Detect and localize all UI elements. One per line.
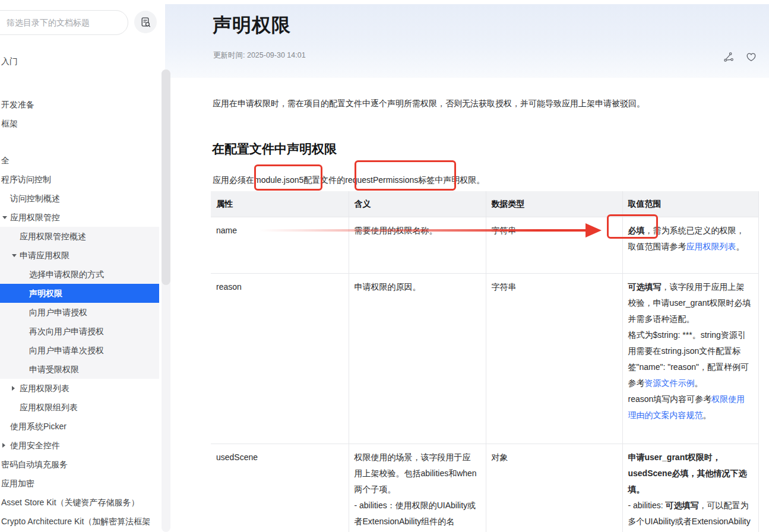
- permissions-table: 属性 含义 数据类型 取值范围 name 需要使用的权限名称。 字符串 必填，需…: [211, 191, 759, 532]
- text-segment: usedScene: [216, 452, 258, 462]
- sidebar-item-label: 向用户申请授权: [29, 303, 87, 322]
- sidebar-item-label: 入门: [1, 52, 18, 71]
- page-header: 声明权限 更新时间: 2025-09-30 14:01: [165, 4, 769, 78]
- sidebar-item-label: 程序访问控制: [1, 170, 51, 189]
- sidebar-item[interactable]: 申请受限权限: [0, 360, 159, 379]
- sidebar-item-label: 选择申请权限的方式: [29, 265, 104, 284]
- text-segment: 对象: [492, 452, 508, 462]
- cell-type: 字符串: [486, 217, 622, 274]
- sidebar-item-label: 密码自动填充服务: [1, 455, 68, 474]
- table-row: name 需要使用的权限名称。 字符串 必填，需为系统已定义的权限，取值范围请参…: [211, 217, 758, 274]
- inline-link[interactable]: 应用权限列表: [686, 242, 736, 251]
- sidebar-item[interactable]: 密码自动填充服务: [0, 455, 159, 474]
- sidebar-item-label: 全: [1, 151, 10, 170]
- text-segment: 。: [695, 378, 703, 388]
- sidebar-tree: 入门开发准备框架全程序访问控制访问控制概述应用权限管控应用权限管控概述申请应用权…: [0, 52, 159, 532]
- chevron-right-icon[interactable]: [2, 443, 5, 448]
- text-segment: reason填写内容可参考: [628, 394, 712, 404]
- sidebar-item[interactable]: 应用权限列表: [0, 379, 159, 398]
- sidebar-item-label: 再次向用户申请授权: [29, 322, 104, 341]
- table-row: usedScene 权限使用的场景，该字段用于应用上架校验。包括abilitie…: [211, 444, 758, 532]
- sidebar-item[interactable]: 应用加密: [0, 474, 159, 493]
- text-segment: - abilities：使用权限的UIAbility或者ExtensionAbi…: [355, 501, 476, 526]
- cell-attr: usedScene: [211, 444, 349, 532]
- sidebar-item[interactable]: 开发准备: [0, 95, 159, 114]
- section-description: 应用必须在module.json5配置文件的requestPermissions…: [213, 175, 735, 186]
- sidebar-item[interactable]: 再次向用户申请授权: [0, 322, 159, 341]
- search-input[interactable]: [5, 11, 130, 34]
- cell-range: 必填，需为系统已定义的权限，取值范围请参考应用权限列表。: [622, 217, 758, 274]
- share-button[interactable]: [722, 50, 735, 64]
- sidebar-item-label: 声明权限: [29, 284, 62, 303]
- text-segment: 可选填写: [628, 282, 662, 292]
- text-segment: 必填: [628, 226, 645, 235]
- chevron-down-icon[interactable]: [12, 254, 17, 257]
- sidebar-item-label: 申请应用权限: [20, 246, 69, 265]
- sidebar-item-label: 应用权限列表: [20, 379, 69, 398]
- sidebar-item[interactable]: 框架: [0, 114, 159, 133]
- text-segment: name: [216, 226, 237, 235]
- sidebar-item[interactable]: 访问控制概述: [0, 189, 159, 208]
- cell-meaning: 申请权限的原因。: [349, 274, 486, 444]
- sidebar-item[interactable]: 应用权限组列表: [0, 398, 159, 417]
- sidebar-item[interactable]: Asset Store Kit（关键资产存储服务）: [0, 493, 159, 512]
- sidebar-item-label: 开发准备: [1, 95, 34, 114]
- cell-range: 申请user_grant权限时，usedScene必填，其他情况下选填。- ab…: [622, 444, 758, 532]
- table-header-row: 属性 含义 数据类型 取值范围: [211, 191, 758, 217]
- favorite-button[interactable]: [745, 50, 758, 64]
- sidebar-item-label: 向用户申请单次授权: [29, 341, 104, 360]
- doc-search-button[interactable]: [134, 11, 157, 33]
- column-header: 数据类型: [486, 191, 622, 217]
- text-segment: 申请权限的原因。: [355, 282, 421, 292]
- table-row: reason 申请权限的原因。 字符串 可选填写，该字段用于应用上架校验，申请u…: [211, 274, 758, 444]
- sidebar-item[interactable]: 应用权限管控: [0, 208, 159, 227]
- chevron-right-icon[interactable]: [12, 386, 15, 391]
- sidebar-item[interactable]: 向用户申请单次授权: [0, 341, 159, 360]
- text-segment: - abilities:: [628, 501, 666, 510]
- sidebar-item[interactable]: 向用户申请授权: [0, 303, 159, 322]
- sidebar-item-label: 使用系统Picker: [10, 417, 67, 436]
- sidebar-item[interactable]: 入门: [0, 52, 159, 71]
- page-title: 声明权限: [213, 12, 291, 39]
- heart-icon: [745, 51, 757, 63]
- sidebar-item[interactable]: Crypto Architecture Kit（加解密算法框架服务）: [0, 512, 159, 532]
- cell-meaning: 权限使用的场景，该字段用于应用上架校验。包括abilities和when两个子项…: [349, 444, 486, 532]
- sidebar-scrollbar-thumb[interactable]: [162, 69, 170, 285]
- sidebar-item[interactable]: 使用安全控件: [0, 436, 159, 455]
- main-content: 声明权限 更新时间: 2025-09-30 14:01: [165, 0, 769, 532]
- column-header: 取值范围: [622, 191, 758, 217]
- sidebar-item[interactable]: 应用权限管控概述: [0, 227, 159, 246]
- text-segment: 。: [736, 242, 745, 251]
- sidebar-item-label: 访问控制概述: [10, 189, 60, 208]
- sidebar-search[interactable]: [0, 10, 128, 35]
- text-segment: 可选填写: [666, 501, 699, 510]
- sidebar-item-selected[interactable]: 声明权限: [0, 284, 159, 303]
- sidebar-item-label: Crypto Architecture Kit（加解密算法框架服务）: [1, 512, 153, 532]
- sidebar-item[interactable]: 全: [0, 151, 159, 170]
- sidebar-item-label: Asset Store Kit（关键资产存储服务）: [1, 493, 140, 512]
- text-segment: 需要使用的权限名称。: [355, 226, 438, 235]
- section-title: 在配置文件中声明权限: [212, 141, 337, 157]
- doc-search-icon: [140, 17, 151, 28]
- inline-link[interactable]: 资源文件示例: [645, 378, 695, 388]
- text-segment: 。: [703, 410, 711, 420]
- text-segment: 字符串: [492, 226, 517, 235]
- column-header: 含义: [349, 191, 486, 217]
- cell-attr: name: [211, 217, 349, 274]
- cell-type: 对象: [486, 444, 622, 532]
- cell-type: 字符串: [486, 274, 622, 444]
- chevron-down-icon[interactable]: [2, 216, 7, 219]
- cell-range: 可选填写，该字段用于应用上架校验，申请user_grant权限时必填并需多语种适…: [622, 274, 758, 444]
- sidebar-item[interactable]: 程序访问控制: [0, 170, 159, 189]
- text-segment: 权限使用的场景，该字段用于应用上架校验。包括abilities和when两个子项…: [355, 452, 477, 494]
- header-actions: [722, 50, 758, 64]
- sidebar-item-label: 框架: [1, 114, 18, 133]
- text-segment: 字符串: [492, 282, 517, 292]
- sidebar-item[interactable]: 使用系统Picker: [0, 417, 159, 436]
- sidebar-item[interactable]: 选择申请权限的方式: [0, 265, 159, 284]
- sidebar-item[interactable]: 申请应用权限: [0, 246, 159, 265]
- sidebar: 入门开发准备框架全程序访问控制访问控制概述应用权限管控应用权限管控概述申请应用权…: [0, 0, 159, 532]
- text-segment: 申请user_grant权限时，usedScene必填，其他情况下选填。: [628, 452, 747, 494]
- share-icon: [723, 51, 735, 63]
- cell-meaning: 需要使用的权限名称。: [349, 217, 486, 274]
